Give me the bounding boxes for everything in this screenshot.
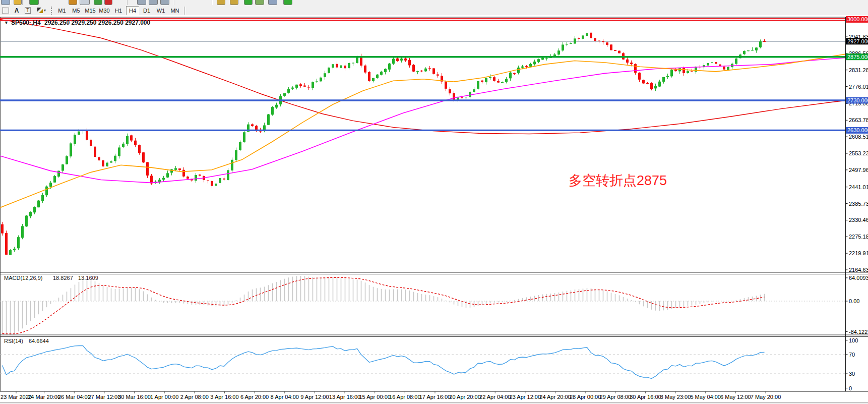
svg-text:13 Apr 16:00: 13 Apr 16:00 (329, 394, 360, 400)
chart-area[interactable]: 2941.8352886.5602831.2852776.0102719.060… (0, 15, 868, 404)
svg-text:30 Apr 16:00: 30 Apr 16:00 (630, 394, 661, 400)
chevron-down-icon: ▾ (44, 8, 46, 13)
svg-text:26 Mar 04:00: 26 Mar 04:00 (58, 394, 91, 400)
autotrading-icon[interactable] (94, 0, 102, 5)
timeframe-button-h4[interactable]: H4 (126, 6, 139, 15)
rsi-value: 64.6644 (29, 338, 49, 344)
cascade-icon[interactable] (160, 0, 169, 5)
svg-text:70: 70 (849, 352, 855, 358)
timeframe-button-m30[interactable]: M30 (98, 6, 111, 15)
timeframe-button-w1[interactable]: W1 (154, 6, 167, 15)
svg-text:27 Mar 12:00: 27 Mar 12:00 (88, 394, 121, 400)
timeframe-buttons: M1M5M15M30H1H4D1W1MN (55, 6, 182, 15)
t-glyph: T (25, 7, 31, 14)
timeframe-button-mn[interactable]: MN (168, 6, 181, 15)
svg-text:22 Apr 04:00: 22 Apr 04:00 (479, 394, 511, 400)
timeframe-button-m5[interactable]: M5 (70, 6, 83, 15)
svg-text:2441.010: 2441.010 (849, 184, 868, 190)
svg-text:2776.010: 2776.010 (849, 84, 868, 90)
select-rect-icon[interactable] (1, 6, 11, 15)
svg-text:6 May 12:00: 6 May 12:00 (720, 394, 751, 400)
svg-text:2608.510: 2608.510 (849, 134, 868, 140)
svg-text:3000.000: 3000.000 (847, 16, 868, 22)
svg-text:2927.000: 2927.000 (847, 38, 868, 44)
candles[interactable] (1, 31, 766, 255)
timeframe-button-d1[interactable]: D1 (140, 6, 153, 15)
time-axis[interactable]: 23 Mar 202024 Mar 20:0026 Mar 04:0027 Ma… (1, 391, 781, 400)
ma-slow-red (0, 19, 845, 134)
rsi-pane[interactable]: 10070300 (0, 337, 858, 391)
macd-signal-value: 13.1609 (78, 275, 98, 281)
svg-text:0: 0 (849, 385, 852, 391)
grid-icon[interactable] (255, 0, 264, 5)
arrow-label-icon[interactable]: A (12, 6, 22, 15)
ma-mid-magenta (0, 58, 845, 183)
svg-text:2497.960: 2497.960 (849, 167, 868, 173)
bottom-panel-edge (0, 402, 868, 404)
svg-text:23 Mar 2020: 23 Mar 2020 (1, 394, 32, 400)
svg-text:9 Apr 12:00: 9 Apr 12:00 (300, 394, 329, 400)
toolbar-separator (22, 0, 23, 5)
svg-text:15 Apr 00:00: 15 Apr 00:00 (359, 394, 390, 400)
toolbar-separator (127, 0, 128, 5)
svg-text:2553.235: 2553.235 (849, 150, 868, 156)
svg-text:30 Mar 16:00: 30 Mar 16:00 (118, 394, 151, 400)
add-indicator-icon[interactable] (244, 0, 253, 5)
svg-text:2 Apr 08:00: 2 Apr 08:00 (180, 394, 209, 400)
text-label-icon[interactable]: T (23, 6, 33, 15)
horizontal-price-lines[interactable] (0, 18, 845, 130)
toolbar: A T ▾ M1M5M15M30H1H4D1W1MN (0, 0, 868, 16)
price-axis[interactable]: 2941.8352886.5602831.2852776.0102719.060… (846, 16, 868, 273)
tile-vertical-icon[interactable] (149, 0, 158, 5)
timeframe-button-h1[interactable]: H1 (112, 6, 125, 15)
templates-icon[interactable] (268, 0, 277, 5)
svg-text:0.00: 0.00 (849, 298, 859, 304)
toolbar-separator (212, 0, 213, 5)
svg-text:17 Apr 16:00: 17 Apr 16:00 (419, 394, 451, 400)
a-glyph: A (15, 7, 19, 14)
svg-text:2730.000: 2730.000 (847, 97, 868, 103)
macd-pane[interactable]: 64.00930.00-84.122 (0, 275, 868, 335)
toolbar-separator (174, 0, 175, 5)
svg-text:3 Apr 16:00: 3 Apr 16:00 (210, 394, 238, 400)
rsi-label: RSI(14) (4, 338, 23, 344)
chart-window-icon[interactable] (1, 0, 10, 5)
svg-text:2330.460: 2330.460 (849, 217, 868, 223)
price-chart-svg[interactable]: 2941.8352886.5602831.2852776.0102719.060… (0, 15, 868, 404)
svg-text:6 Apr 20:00: 6 Apr 20:00 (240, 394, 269, 400)
svg-text:2875.000: 2875.000 (847, 54, 868, 60)
timeframe-button-m1[interactable]: M1 (55, 6, 69, 15)
svg-text:3 May 23:00: 3 May 23:00 (660, 394, 691, 400)
navigator-icon[interactable] (69, 0, 77, 5)
toolbar-separator (184, 7, 186, 15)
toolbar-icons-row-clipped (0, 0, 868, 6)
svg-text:2219.910: 2219.910 (849, 250, 868, 256)
svg-text:30: 30 (849, 371, 855, 377)
svg-text:5 May 04:00: 5 May 04:00 (690, 394, 721, 400)
svg-text:8 Apr 04:00: 8 Apr 04:00 (271, 394, 299, 400)
chart-annotation-text[interactable]: 多空转折点2875 (569, 173, 667, 188)
svg-text:23 Apr 12:00: 23 Apr 12:00 (510, 394, 541, 400)
plus-icon[interactable] (283, 0, 292, 5)
svg-text:16 Apr 08:00: 16 Apr 08:00 (389, 394, 420, 400)
toolbar-drag-handle[interactable] (51, 7, 53, 15)
svg-text:2663.785: 2663.785 (849, 117, 868, 123)
svg-text:2630.000: 2630.000 (847, 127, 868, 133)
svg-text:2831.285: 2831.285 (849, 67, 868, 73)
symbol-dropdown-icon[interactable]: ▼ (4, 20, 9, 25)
zoom-icon[interactable] (14, 0, 22, 5)
arrow-styles-icon[interactable]: ▾ (34, 6, 49, 15)
crosshair-icon[interactable] (217, 0, 225, 5)
svg-text:29 Apr 08:00: 29 Apr 08:00 (600, 394, 631, 400)
draw-icon[interactable] (230, 0, 238, 5)
svg-text:28 Apr 00:00: 28 Apr 00:00 (570, 394, 601, 400)
svg-text:1 Apr 00:00: 1 Apr 00:00 (150, 394, 178, 400)
terminal-button-icon[interactable] (80, 0, 90, 5)
ohlc-readout: 2926.250 2929.250 2926.250 2927.000 (44, 19, 151, 26)
tile-horizontal-icon[interactable] (137, 0, 146, 5)
macd-label: MACD(12,26,9) (4, 275, 42, 281)
moving-averages (0, 19, 845, 207)
new-order-icon[interactable] (29, 0, 39, 5)
stop-icon[interactable] (104, 0, 112, 5)
timeframe-button-m15[interactable]: M15 (84, 6, 97, 15)
